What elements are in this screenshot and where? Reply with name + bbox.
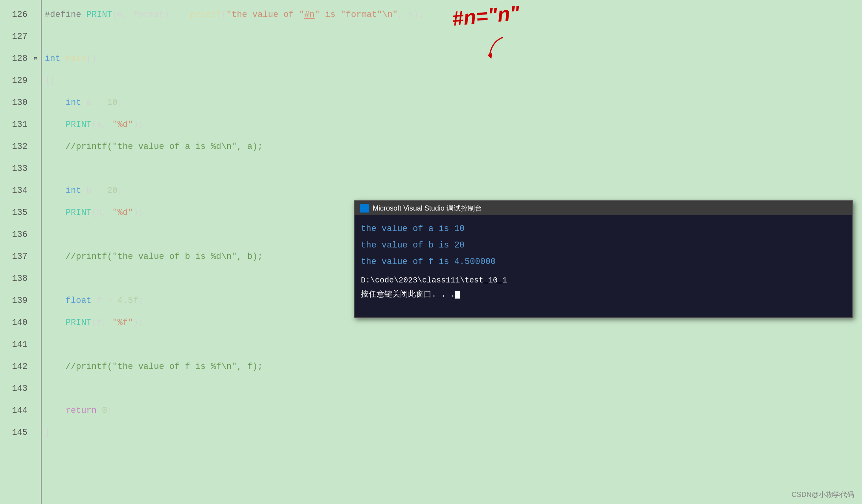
code-token: "%f"	[112, 318, 133, 328]
code-content: {|	[41, 70, 862, 92]
code-content: PRINT(a, "%d");	[41, 114, 862, 136]
code-token: #define	[45, 10, 86, 20]
code-token	[45, 186, 66, 196]
code-token: PRINT	[66, 208, 92, 218]
code-token	[45, 252, 66, 262]
code-line: 131 PRINT(a, "%d");	[0, 114, 862, 136]
code-token: (	[221, 10, 226, 20]
code-token	[45, 120, 66, 130]
line-number: 144	[0, 400, 35, 422]
code-token	[45, 318, 66, 328]
console-titlebar: Microsoft Visual Studio 调试控制台	[355, 201, 852, 215]
code-token: b =	[86, 186, 107, 196]
code-line: 141	[0, 334, 862, 356]
code-token: "the value of "	[226, 10, 304, 20]
code-token	[45, 208, 66, 218]
code-token: ;	[138, 296, 143, 306]
code-token: );	[133, 120, 143, 130]
code-token: //printf("the value of f is %f\n", f);	[66, 362, 263, 372]
code-token: 0	[102, 406, 107, 416]
code-token: ;	[107, 406, 112, 416]
code-token: f =	[97, 296, 118, 306]
console-line-3: the value of f is 4.500000	[361, 254, 846, 270]
code-line: 130 int a = 10;	[0, 92, 862, 114]
console-path: D:\code\2023\class111\test_10_1	[361, 273, 846, 288]
code-content: int main()	[41, 48, 862, 70]
code-token	[45, 296, 66, 306]
line-number: 127	[0, 26, 35, 48]
code-token	[45, 362, 66, 372]
code-token: int	[66, 98, 86, 108]
line-number: 129	[0, 70, 35, 92]
code-token: 10	[107, 98, 117, 108]
code-line: 132 //printf("the value of a is %d\n", a…	[0, 136, 862, 158]
console-body: the value of a is 10 the value of b is 2…	[355, 215, 852, 317]
line-number: 126	[0, 4, 35, 26]
line-number: 133	[0, 158, 35, 180]
watermark: CSDN@小糊学代码	[792, 490, 854, 499]
code-content: int a = 10;	[41, 92, 862, 114]
code-token	[45, 406, 66, 416]
code-token: format	[346, 10, 377, 20]
code-line: 145}	[0, 422, 862, 444]
code-line: 143	[0, 378, 862, 400]
line-number: 141	[0, 334, 35, 356]
code-token: ()	[86, 54, 97, 64]
code-token: PRINT	[86, 10, 112, 20]
code-token: main	[66, 54, 86, 64]
code-token: a =	[86, 98, 107, 108]
line-number: 140	[0, 312, 35, 334]
code-token: #n	[304, 10, 314, 20]
code-token: }	[45, 428, 50, 438]
cursor	[455, 291, 460, 299]
console-line-2: the value of b is 20	[361, 237, 846, 254]
line-number: 138	[0, 268, 35, 290]
line-number: 142	[0, 356, 35, 378]
console-title: Microsoft Visual Studio 调试控制台	[373, 203, 482, 213]
code-token: 20	[107, 186, 117, 196]
code-token: int	[66, 186, 86, 196]
code-token: (a,	[92, 120, 112, 130]
code-token: PRINT	[66, 120, 92, 130]
code-line: 127	[0, 26, 862, 48]
console-prompt: 按任意键关闭此窗口. . .	[361, 288, 846, 302]
line-number: 145	[0, 422, 35, 444]
code-token: return	[66, 406, 102, 416]
code-token: printf	[190, 10, 221, 20]
code-token: 4.5f	[118, 296, 138, 306]
line-number: 136	[0, 224, 35, 246]
code-content: //printf("the value of f is %f\n", f);	[41, 356, 862, 378]
code-content: int b = 20;	[41, 180, 862, 202]
code-token: (n, format)	[112, 10, 190, 20]
code-token: (f,	[92, 318, 112, 328]
code-token: "%d"	[112, 120, 133, 130]
code-token: {|	[45, 76, 55, 86]
code-token: //printf("the value of a is %d\n", a);	[66, 142, 263, 152]
line-number: 137	[0, 246, 35, 268]
code-line: 128⊟int main()	[0, 48, 862, 70]
code-token: );	[133, 208, 143, 218]
code-content: //printf("the value of a is %d\n", a);	[41, 136, 862, 158]
code-token: (b,	[92, 208, 112, 218]
code-line: 144 return 0;	[0, 400, 862, 422]
line-number: 139	[0, 290, 35, 312]
code-token: PRINT	[66, 318, 92, 328]
line-number: 132	[0, 136, 35, 158]
line-number: 134	[0, 180, 35, 202]
code-token: , n);	[398, 10, 424, 20]
code-content: }	[41, 422, 862, 444]
vs-icon	[360, 204, 369, 213]
code-line: 129{|	[0, 70, 862, 92]
code-token: //printf("the value of b is %d\n", b);	[66, 252, 263, 262]
code-line: 142 //printf("the value of f is %f\n", f…	[0, 356, 862, 378]
console-popup: Microsoft Visual Studio 调试控制台 the value …	[354, 200, 853, 318]
code-content: #define PRINT(n, format) printf("the val…	[41, 4, 862, 26]
console-line-1: the value of a is 10	[361, 221, 846, 237]
code-token: "%d"	[112, 208, 133, 218]
line-number: 130	[0, 92, 35, 114]
code-token: );	[133, 318, 143, 328]
code-line: 126#define PRINT(n, format) printf("the …	[0, 4, 862, 26]
line-number: 131	[0, 114, 35, 136]
code-line: 133	[0, 158, 862, 180]
code-token	[45, 98, 66, 108]
